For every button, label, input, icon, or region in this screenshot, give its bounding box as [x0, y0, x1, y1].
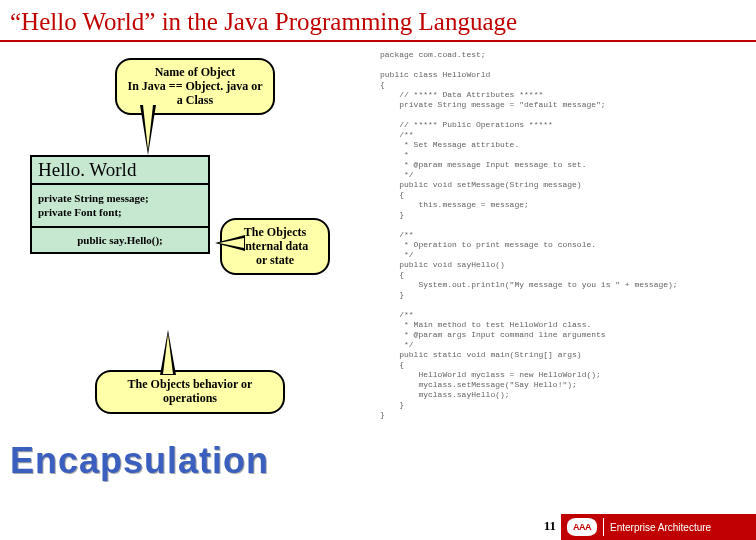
callout-pointer	[215, 235, 245, 251]
encapsulation-heading: Encapsulation	[10, 440, 269, 482]
uml-class-name: Hello. World	[32, 157, 208, 185]
brand-label: Enterprise Architecture	[610, 522, 711, 533]
callout-pointer	[160, 330, 176, 375]
uml-class-box: Hello. World private String message; pri…	[30, 155, 210, 254]
uml-attribute: private Font font;	[38, 205, 202, 219]
callout-pointer	[140, 105, 156, 155]
footer: 11 AAA Enterprise Architecture	[0, 510, 756, 540]
uml-operation: public say.Hello();	[38, 234, 202, 246]
uml-attribute: private String message;	[38, 191, 202, 205]
aaa-logo: AAA	[567, 518, 597, 536]
brand-bar: AAA Enterprise Architecture	[561, 514, 756, 540]
callout-object-name: Name of Object In Java == Object. java o…	[115, 58, 275, 115]
slide-title: “Hello World” in the Java Programming La…	[0, 0, 756, 42]
divider	[603, 518, 604, 536]
uml-attributes: private String message; private Font fon…	[32, 185, 208, 228]
uml-operations: public say.Hello();	[32, 228, 208, 252]
source-code-panel: package com.coad.test; public class Hell…	[380, 50, 750, 480]
page-number: 11	[544, 518, 556, 534]
callout-operations: The Objects behavior or operations	[95, 370, 285, 414]
